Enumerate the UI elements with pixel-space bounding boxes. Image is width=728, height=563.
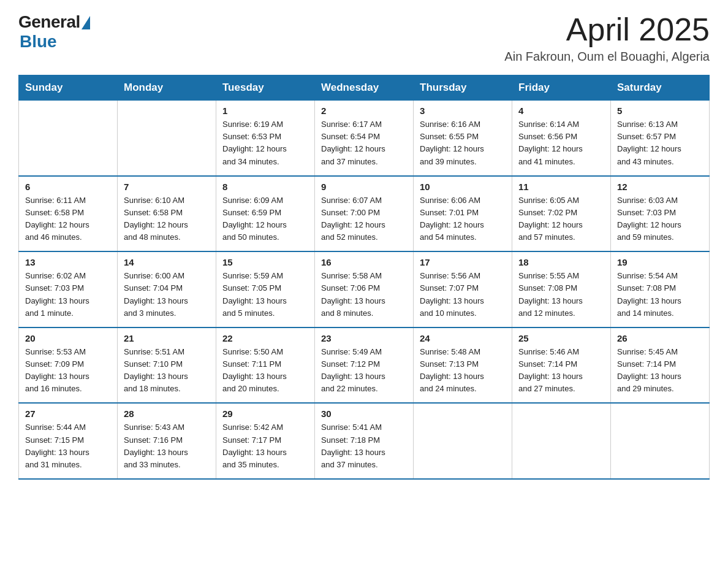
day-info: Sunrise: 6:00 AM Sunset: 7:04 PM Dayligh… (124, 270, 210, 320)
day-number: 28 (124, 408, 210, 419)
day-number: 18 (518, 257, 604, 267)
day-info: Sunrise: 5:56 AM Sunset: 7:07 PM Dayligh… (420, 270, 506, 320)
day-number: 21 (124, 333, 210, 343)
day-number: 11 (518, 182, 604, 192)
calendar-cell (512, 403, 611, 479)
day-number: 26 (617, 333, 703, 343)
calendar-cell: 27Sunrise: 5:44 AM Sunset: 7:15 PM Dayli… (19, 403, 118, 479)
day-number: 1 (222, 105, 308, 116)
day-number: 2 (321, 105, 407, 116)
calendar-cell: 26Sunrise: 5:45 AM Sunset: 7:14 PM Dayli… (611, 327, 710, 404)
day-number: 25 (518, 333, 604, 343)
calendar-cell: 29Sunrise: 5:42 AM Sunset: 7:17 PM Dayli… (216, 403, 315, 479)
day-number: 23 (321, 333, 407, 343)
day-info: Sunrise: 5:45 AM Sunset: 7:14 PM Dayligh… (617, 346, 703, 396)
day-info: Sunrise: 5:58 AM Sunset: 7:06 PM Dayligh… (321, 270, 407, 320)
title-block: April 2025 Ain Fakroun, Oum el Bouaghi, … (504, 12, 710, 64)
day-info: Sunrise: 5:53 AM Sunset: 7:09 PM Dayligh… (25, 346, 111, 396)
calendar-week-row: 27Sunrise: 5:44 AM Sunset: 7:15 PM Dayli… (19, 403, 710, 479)
weekday-header-saturday: Saturday (611, 75, 710, 101)
logo-triangle-icon (82, 16, 90, 29)
calendar-cell: 19Sunrise: 5:54 AM Sunset: 7:08 PM Dayli… (611, 251, 710, 327)
day-info: Sunrise: 6:10 AM Sunset: 6:58 PM Dayligh… (124, 194, 210, 244)
month-title: April 2025 (504, 12, 710, 47)
calendar-cell: 13Sunrise: 6:02 AM Sunset: 7:03 PM Dayli… (19, 251, 118, 327)
day-info: Sunrise: 5:49 AM Sunset: 7:12 PM Dayligh… (321, 346, 407, 396)
day-number: 9 (321, 182, 407, 192)
day-info: Sunrise: 6:02 AM Sunset: 7:03 PM Dayligh… (25, 270, 111, 320)
calendar-cell: 28Sunrise: 5:43 AM Sunset: 7:16 PM Dayli… (118, 403, 216, 479)
day-number: 8 (222, 182, 308, 192)
calendar-cell: 10Sunrise: 6:06 AM Sunset: 7:01 PM Dayli… (414, 176, 512, 252)
weekday-header-tuesday: Tuesday (216, 75, 315, 101)
day-info: Sunrise: 6:14 AM Sunset: 6:56 PM Dayligh… (518, 118, 604, 168)
weekday-header-monday: Monday (118, 75, 216, 101)
calendar-week-row: 1Sunrise: 6:19 AM Sunset: 6:53 PM Daylig… (19, 101, 710, 176)
calendar-week-row: 13Sunrise: 6:02 AM Sunset: 7:03 PM Dayli… (19, 251, 710, 327)
weekday-header-sunday: Sunday (19, 75, 118, 101)
calendar-cell (118, 101, 216, 176)
day-info: Sunrise: 6:11 AM Sunset: 6:58 PM Dayligh… (25, 194, 111, 244)
day-info: Sunrise: 5:59 AM Sunset: 7:05 PM Dayligh… (222, 270, 308, 320)
calendar-cell (414, 403, 512, 479)
weekday-header-wednesday: Wednesday (315, 75, 414, 101)
day-info: Sunrise: 5:54 AM Sunset: 7:08 PM Dayligh… (617, 270, 703, 320)
day-number: 19 (617, 257, 703, 267)
calendar-cell: 24Sunrise: 5:48 AM Sunset: 7:13 PM Dayli… (414, 327, 512, 404)
calendar-cell: 20Sunrise: 5:53 AM Sunset: 7:09 PM Dayli… (19, 327, 118, 404)
day-number: 3 (420, 105, 506, 116)
calendar-cell: 22Sunrise: 5:50 AM Sunset: 7:11 PM Dayli… (216, 327, 315, 404)
logo: General Blue (18, 12, 90, 52)
day-number: 17 (420, 257, 506, 267)
day-number: 13 (25, 257, 111, 267)
day-number: 27 (25, 408, 111, 419)
day-number: 6 (25, 182, 111, 192)
calendar-table: SundayMondayTuesdayWednesdayThursdayFrid… (18, 75, 710, 480)
calendar-cell: 6Sunrise: 6:11 AM Sunset: 6:58 PM Daylig… (19, 176, 118, 252)
calendar-header-row: SundayMondayTuesdayWednesdayThursdayFrid… (19, 75, 710, 101)
day-info: Sunrise: 6:07 AM Sunset: 7:00 PM Dayligh… (321, 194, 407, 244)
calendar-cell: 3Sunrise: 6:16 AM Sunset: 6:55 PM Daylig… (414, 101, 512, 176)
day-info: Sunrise: 6:09 AM Sunset: 6:59 PM Dayligh… (222, 194, 308, 244)
logo-general-text: General (18, 12, 80, 32)
day-info: Sunrise: 5:44 AM Sunset: 7:15 PM Dayligh… (25, 421, 111, 471)
calendar-cell (19, 101, 118, 176)
calendar-cell: 16Sunrise: 5:58 AM Sunset: 7:06 PM Dayli… (315, 251, 414, 327)
day-info: Sunrise: 6:05 AM Sunset: 7:02 PM Dayligh… (518, 194, 604, 244)
day-info: Sunrise: 5:55 AM Sunset: 7:08 PM Dayligh… (518, 270, 604, 320)
day-number: 24 (420, 333, 506, 343)
calendar-week-row: 6Sunrise: 6:11 AM Sunset: 6:58 PM Daylig… (19, 176, 710, 252)
day-number: 10 (420, 182, 506, 192)
day-info: Sunrise: 5:50 AM Sunset: 7:11 PM Dayligh… (222, 346, 308, 396)
calendar-cell: 17Sunrise: 5:56 AM Sunset: 7:07 PM Dayli… (414, 251, 512, 327)
calendar-cell: 18Sunrise: 5:55 AM Sunset: 7:08 PM Dayli… (512, 251, 611, 327)
calendar-cell: 15Sunrise: 5:59 AM Sunset: 7:05 PM Dayli… (216, 251, 315, 327)
day-info: Sunrise: 5:48 AM Sunset: 7:13 PM Dayligh… (420, 346, 506, 396)
weekday-header-friday: Friday (512, 75, 611, 101)
day-number: 14 (124, 257, 210, 267)
day-number: 20 (25, 333, 111, 343)
day-info: Sunrise: 6:19 AM Sunset: 6:53 PM Dayligh… (222, 118, 308, 168)
calendar-cell: 1Sunrise: 6:19 AM Sunset: 6:53 PM Daylig… (216, 101, 315, 176)
logo-blue-text: Blue (20, 32, 57, 52)
day-info: Sunrise: 5:51 AM Sunset: 7:10 PM Dayligh… (124, 346, 210, 396)
day-info: Sunrise: 5:46 AM Sunset: 7:14 PM Dayligh… (518, 346, 604, 396)
day-number: 12 (617, 182, 703, 192)
day-info: Sunrise: 5:43 AM Sunset: 7:16 PM Dayligh… (124, 421, 210, 471)
calendar-cell: 12Sunrise: 6:03 AM Sunset: 7:03 PM Dayli… (611, 176, 710, 252)
day-number: 15 (222, 257, 308, 267)
calendar-cell: 23Sunrise: 5:49 AM Sunset: 7:12 PM Dayli… (315, 327, 414, 404)
day-number: 5 (617, 105, 703, 116)
calendar-week-row: 20Sunrise: 5:53 AM Sunset: 7:09 PM Dayli… (19, 327, 710, 404)
calendar-cell: 21Sunrise: 5:51 AM Sunset: 7:10 PM Dayli… (118, 327, 216, 404)
day-number: 22 (222, 333, 308, 343)
calendar-cell: 25Sunrise: 5:46 AM Sunset: 7:14 PM Dayli… (512, 327, 611, 404)
calendar-cell: 30Sunrise: 5:41 AM Sunset: 7:18 PM Dayli… (315, 403, 414, 479)
weekday-header-thursday: Thursday (414, 75, 512, 101)
day-number: 16 (321, 257, 407, 267)
calendar-cell: 4Sunrise: 6:14 AM Sunset: 6:56 PM Daylig… (512, 101, 611, 176)
calendar-cell (611, 403, 710, 479)
day-number: 7 (124, 182, 210, 192)
calendar-cell: 5Sunrise: 6:13 AM Sunset: 6:57 PM Daylig… (611, 101, 710, 176)
day-info: Sunrise: 6:16 AM Sunset: 6:55 PM Dayligh… (420, 118, 506, 168)
